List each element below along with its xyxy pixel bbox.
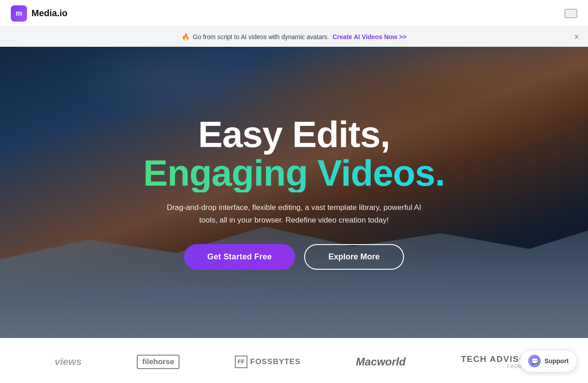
explore-more-button[interactable]: Explore More — [304, 244, 404, 270]
announcement-banner: 🔥 Go from script to AI videos with dynam… — [0, 27, 588, 47]
list-item: Macworld — [356, 356, 406, 368]
hamburger-menu-button[interactable] — [565, 9, 577, 18]
banner-text: 🔥 Go from script to AI videos with dynam… — [182, 33, 407, 40]
list-item: filehorse — [137, 355, 180, 369]
list-item: views — [54, 356, 81, 368]
logo-container[interactable]: m Media.io — [11, 5, 67, 22]
list-item: FF FOSSBYTES — [235, 356, 301, 368]
filehorse-logo: filehorse — [137, 355, 180, 369]
fire-emoji: 🔥 — [182, 33, 189, 40]
support-label: Support — [544, 357, 569, 365]
banner-cta-link[interactable]: Create AI Videos Now >> — [332, 33, 406, 40]
get-started-button[interactable]: Get Started Free — [184, 244, 295, 270]
banner-message: Go from script to AI videos with dynamic… — [193, 33, 329, 40]
fossbytes-icon: FF — [235, 356, 247, 368]
support-button[interactable]: 💬 Support — [520, 350, 577, 372]
banner-close-button[interactable]: × — [574, 33, 579, 41]
hero-section: Easy Edits, Engaging Videos. Drag-and-dr… — [0, 47, 588, 338]
hero-title-line2: Engaging Videos. — [143, 154, 444, 192]
hero-title: Easy Edits, Engaging Videos. — [143, 115, 444, 192]
fossbytes-logo: FOSSBYTES — [250, 357, 301, 366]
hero-content: Easy Edits, Engaging Videos. Drag-and-dr… — [134, 115, 453, 270]
hero-subtitle: Drag-and-drop interface, flexible editin… — [159, 201, 429, 226]
logos-section: views filehorse FF FOSSBYTES Macworld TE… — [0, 338, 588, 383]
support-chat-icon: 💬 — [528, 355, 541, 367]
hero-buttons: Get Started Free Explore More — [143, 244, 444, 270]
navbar: m Media.io — [0, 0, 588, 27]
macworld-logo: Macworld — [356, 356, 406, 368]
views-logo: views — [54, 356, 81, 368]
logo-text: Media.io — [31, 8, 67, 18]
hero-title-line1: Easy Edits, — [143, 115, 444, 154]
logo-icon: m — [11, 5, 27, 22]
